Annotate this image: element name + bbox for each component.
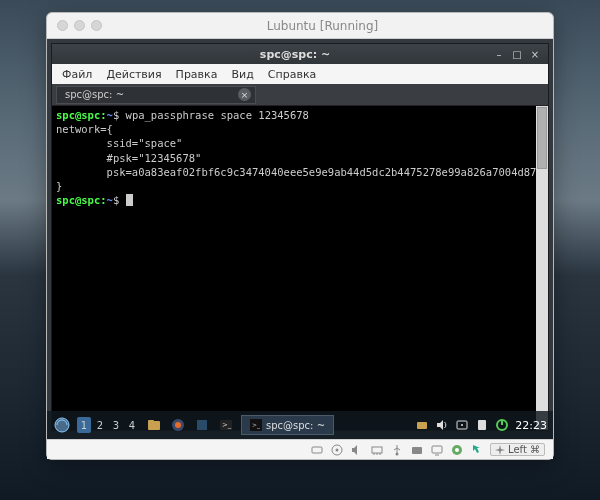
svg-rect-28 [432, 446, 442, 453]
terminal-window: spc@spc: ~ – □ × Файл Действия Правка Ви… [51, 43, 549, 431]
svg-rect-10 [417, 422, 427, 429]
close-icon[interactable] [57, 20, 68, 31]
guest-taskbar: 1 2 3 4 >_ >_ spc [47, 411, 553, 439]
prompt-user: spc@spc [56, 109, 100, 121]
menu-help[interactable]: Справка [268, 68, 316, 81]
svg-point-31 [455, 448, 459, 452]
shared-folder-icon[interactable] [410, 443, 424, 457]
svg-point-4 [175, 422, 181, 428]
mouse-integration-icon[interactable] [470, 443, 484, 457]
maximize-icon[interactable] [91, 20, 102, 31]
prompt-user: spc@spc [56, 194, 100, 206]
desktop-wallpaper: Lubuntu [Running] spc@spc: ~ – □ × Файл … [0, 0, 600, 500]
workspace-button[interactable]: 2 [93, 417, 107, 433]
terminal-output-line: psk=a0a83eaf02fbf6c9c3474040eee5e9e9ab44… [56, 166, 536, 178]
prompt-symbol: $ [113, 109, 119, 121]
terminal-output-line: network={ [56, 123, 113, 135]
minimize-button[interactable]: – [492, 47, 506, 61]
svg-point-18 [335, 448, 338, 451]
network-adapter-icon[interactable] [370, 443, 384, 457]
audio-icon[interactable] [350, 443, 364, 457]
svg-point-12 [461, 424, 463, 426]
vm-content: spc@spc: ~ – □ × Файл Действия Правка Ви… [47, 39, 553, 439]
terminal-output-line: ssid="space" [56, 137, 182, 149]
terminal-scrollbar[interactable] [536, 106, 548, 430]
svg-rect-16 [312, 447, 322, 453]
terminal-title: spc@spc: ~ [98, 48, 492, 61]
svg-rect-19 [372, 447, 382, 453]
minimize-icon[interactable] [74, 20, 85, 31]
svg-text:>_: >_ [252, 421, 261, 429]
terminal-menubar: Файл Действия Правка Вид Справка [52, 64, 548, 84]
svg-rect-27 [412, 447, 422, 454]
svg-rect-13 [478, 420, 486, 430]
hdd-icon[interactable] [310, 443, 324, 457]
usb-icon[interactable] [390, 443, 404, 457]
svg-rect-2 [148, 420, 154, 423]
tab-close-icon[interactable]: × [238, 88, 251, 101]
taskbar-entry-label: spc@spc: ~ [266, 420, 325, 431]
terminal-tab-label: spc@spc: ~ [65, 89, 124, 100]
power-icon[interactable] [495, 418, 509, 432]
vm-titlebar[interactable]: Lubuntu [Running] [47, 13, 553, 39]
vm-window: Lubuntu [Running] spc@spc: ~ – □ × Файл … [46, 12, 554, 460]
workspace-switcher: 1 2 3 4 [77, 417, 139, 433]
menu-file[interactable]: Файл [62, 68, 92, 81]
file-manager-icon[interactable] [145, 416, 163, 434]
workspace-button[interactable]: 1 [77, 417, 91, 433]
terminal-output-line: #psk="12345678" [56, 152, 201, 164]
volume-icon[interactable] [435, 418, 449, 432]
close-button[interactable]: × [528, 47, 542, 61]
menu-edit[interactable]: Правка [176, 68, 218, 81]
terminal-tab[interactable]: spc@spc: ~ × [56, 86, 256, 104]
menu-actions[interactable]: Действия [106, 68, 161, 81]
vm-window-title: Lubuntu [Running] [102, 19, 543, 33]
show-desktop-icon[interactable] [193, 416, 211, 434]
host-key-indicator[interactable]: Left ⌘ [490, 443, 545, 456]
terminal-command: wpa_passphrase space 12345678 [126, 109, 309, 121]
taskbar-entry-terminal[interactable]: >_ spc@spc: ~ [241, 415, 334, 435]
display-icon[interactable] [430, 443, 444, 457]
updates-icon[interactable] [415, 418, 429, 432]
terminal-titlebar[interactable]: spc@spc: ~ – □ × [52, 44, 548, 64]
menu-view[interactable]: Вид [231, 68, 253, 81]
system-tray: 22:23 [415, 418, 547, 432]
terminal-tabbar: spc@spc: ~ × [52, 84, 548, 106]
network-icon[interactable] [455, 418, 469, 432]
prompt-symbol: $ [113, 194, 119, 206]
taskbar-clock[interactable]: 22:23 [515, 419, 547, 432]
host-key-label: Left ⌘ [508, 444, 540, 455]
app-menu-icon[interactable] [53, 416, 71, 434]
vm-window-controls [57, 20, 102, 31]
terminal-launcher-icon[interactable]: >_ [217, 416, 235, 434]
workspace-button[interactable]: 4 [125, 417, 139, 433]
svg-rect-5 [197, 420, 207, 430]
svg-text:>_: >_ [222, 421, 232, 429]
cursor-icon [126, 194, 133, 206]
workspace-button[interactable]: 3 [109, 417, 123, 433]
optical-icon[interactable] [330, 443, 344, 457]
recording-icon[interactable] [450, 443, 464, 457]
clipboard-icon[interactable] [475, 418, 489, 432]
terminal-output-line: } [56, 180, 62, 192]
vm-statusbar: Left ⌘ [47, 439, 553, 459]
browser-icon[interactable] [169, 416, 187, 434]
maximize-button[interactable]: □ [510, 47, 524, 61]
terminal-body[interactable]: spc@spc:~$ wpa_passphrase space 12345678… [52, 106, 548, 430]
